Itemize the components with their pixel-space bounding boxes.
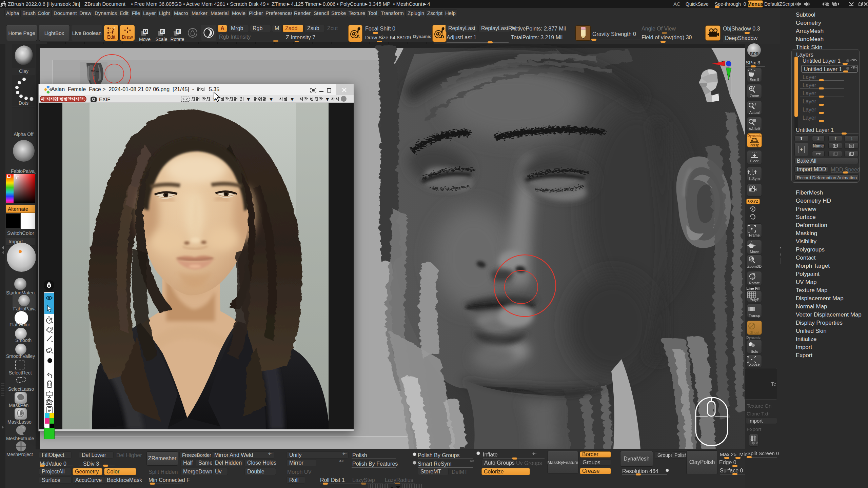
svg-text:S: S (161, 29, 164, 34)
svg-text:x1: x1 (753, 103, 756, 106)
svg-text:R: R (177, 29, 180, 34)
svg-text:D: D (441, 34, 444, 39)
svg-text:M: M (144, 29, 147, 34)
svg-text:S: S (357, 34, 360, 39)
svg-text:z: z (754, 214, 755, 217)
